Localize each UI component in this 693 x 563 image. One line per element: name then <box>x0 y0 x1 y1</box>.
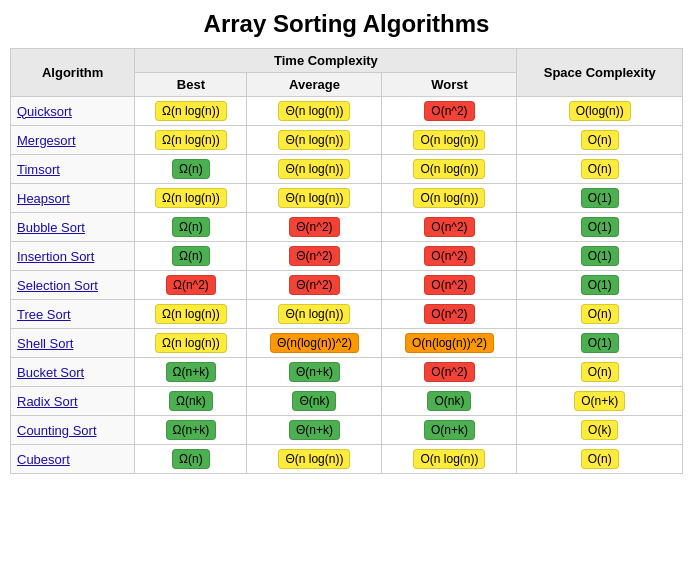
average-badge: Θ(n log(n)) <box>278 449 350 469</box>
space-badge: O(1) <box>581 333 619 353</box>
best-complexity: Ω(nk) <box>135 387 247 416</box>
space-badge: O(1) <box>581 217 619 237</box>
average-badge: Θ(n log(n)) <box>278 304 350 324</box>
worst-time-badge: O(n log(n)) <box>413 130 485 150</box>
average-badge: Θ(n log(n)) <box>278 130 350 150</box>
average-complexity: Θ(n log(n)) <box>247 300 382 329</box>
algo-name[interactable]: Selection Sort <box>11 271 135 300</box>
average-complexity: Θ(n log(n)) <box>247 97 382 126</box>
worst-time-badge: O(n log(n)) <box>413 449 485 469</box>
algo-name[interactable]: Timsort <box>11 155 135 184</box>
worst-time-badge: O(n log(n)) <box>413 188 485 208</box>
best-badge: Ω(n) <box>172 246 210 266</box>
col-worst-time: Worst <box>382 73 517 97</box>
average-complexity: Θ(n log(n)) <box>247 126 382 155</box>
worst-space-complexity: O(n) <box>517 155 683 184</box>
average-complexity: Θ(n(log(n))^2) <box>247 329 382 358</box>
space-badge: O(1) <box>581 275 619 295</box>
worst-time-complexity: O(nk) <box>382 387 517 416</box>
algo-name[interactable]: Insertion Sort <box>11 242 135 271</box>
best-badge: Ω(n log(n)) <box>155 304 227 324</box>
average-badge: Θ(n^2) <box>289 217 339 237</box>
best-badge: Ω(n) <box>172 449 210 469</box>
worst-space-complexity: O(k) <box>517 416 683 445</box>
algo-name[interactable]: Radix Sort <box>11 387 135 416</box>
best-complexity: Ω(n+k) <box>135 416 247 445</box>
algo-name[interactable]: Cubesort <box>11 445 135 474</box>
worst-time-complexity: O(n^2) <box>382 242 517 271</box>
average-complexity: Θ(n log(n)) <box>247 445 382 474</box>
best-complexity: Ω(n log(n)) <box>135 300 247 329</box>
page-title: Array Sorting Algorithms <box>10 10 683 38</box>
worst-time-complexity: O(n^2) <box>382 213 517 242</box>
col-average: Average <box>247 73 382 97</box>
worst-space-complexity: O(n) <box>517 358 683 387</box>
average-badge: Θ(n log(n)) <box>278 101 350 121</box>
best-complexity: Ω(n^2) <box>135 271 247 300</box>
algo-name[interactable]: Quicksort <box>11 97 135 126</box>
space-badge: O(1) <box>581 188 619 208</box>
worst-time-badge: O(n^2) <box>424 275 474 295</box>
worst-space-complexity: O(n) <box>517 445 683 474</box>
algo-name[interactable]: Bubble Sort <box>11 213 135 242</box>
space-badge: O(n) <box>581 362 619 382</box>
worst-space-complexity: O(1) <box>517 213 683 242</box>
worst-time-badge: O(nk) <box>427 391 471 411</box>
algo-name[interactable]: Mergesort <box>11 126 135 155</box>
best-complexity: Ω(n) <box>135 213 247 242</box>
space-badge: O(n) <box>581 159 619 179</box>
worst-space-complexity: O(n) <box>517 126 683 155</box>
worst-time-complexity: O(n log(n)) <box>382 445 517 474</box>
algo-name[interactable]: Counting Sort <box>11 416 135 445</box>
sorting-table: Algorithm Time Complexity Space Complexi… <box>10 48 683 474</box>
worst-space-complexity: O(1) <box>517 242 683 271</box>
col-algorithm: Algorithm <box>11 49 135 97</box>
average-complexity: Θ(n+k) <box>247 416 382 445</box>
space-badge: O(n) <box>581 304 619 324</box>
worst-space-complexity: O(1) <box>517 184 683 213</box>
best-badge: Ω(n) <box>172 159 210 179</box>
average-badge: Θ(n^2) <box>289 246 339 266</box>
worst-time-complexity: O(n+k) <box>382 416 517 445</box>
average-complexity: Θ(n^2) <box>247 213 382 242</box>
average-complexity: Θ(n^2) <box>247 242 382 271</box>
average-complexity: Θ(n log(n)) <box>247 155 382 184</box>
col-time-complexity: Time Complexity <box>135 49 517 73</box>
space-badge: O(k) <box>581 420 618 440</box>
worst-time-complexity: O(n log(n)) <box>382 126 517 155</box>
best-complexity: Ω(n) <box>135 155 247 184</box>
average-badge: Θ(n log(n)) <box>278 188 350 208</box>
best-complexity: Ω(n log(n)) <box>135 97 247 126</box>
best-badge: Ω(n log(n)) <box>155 130 227 150</box>
best-complexity: Ω(n) <box>135 242 247 271</box>
best-badge: Ω(n) <box>172 217 210 237</box>
algo-name[interactable]: Heapsort <box>11 184 135 213</box>
worst-space-complexity: O(1) <box>517 329 683 358</box>
worst-time-badge: O(n^2) <box>424 217 474 237</box>
space-badge: O(n) <box>581 130 619 150</box>
best-complexity: Ω(n) <box>135 445 247 474</box>
worst-time-badge: O(n^2) <box>424 304 474 324</box>
worst-space-complexity: O(n) <box>517 300 683 329</box>
space-badge: O(log(n)) <box>569 101 631 121</box>
average-badge: Θ(n^2) <box>289 275 339 295</box>
best-badge: Ω(n+k) <box>166 420 217 440</box>
best-badge: Ω(n log(n)) <box>155 333 227 353</box>
worst-space-complexity: O(log(n)) <box>517 97 683 126</box>
algo-name[interactable]: Shell Sort <box>11 329 135 358</box>
worst-time-badge: O(n+k) <box>424 420 475 440</box>
algo-name[interactable]: Tree Sort <box>11 300 135 329</box>
worst-time-badge: O(n^2) <box>424 362 474 382</box>
worst-time-badge: O(n(log(n))^2) <box>405 333 494 353</box>
average-badge: Θ(n log(n)) <box>278 159 350 179</box>
worst-space-complexity: O(n+k) <box>517 387 683 416</box>
space-badge: O(n+k) <box>574 391 625 411</box>
algo-name[interactable]: Bucket Sort <box>11 358 135 387</box>
average-badge: Θ(nk) <box>292 391 336 411</box>
average-badge: Θ(n+k) <box>289 362 340 382</box>
col-best: Best <box>135 73 247 97</box>
worst-time-complexity: O(n log(n)) <box>382 155 517 184</box>
worst-time-badge: O(n log(n)) <box>413 159 485 179</box>
average-badge: Θ(n(log(n))^2) <box>270 333 359 353</box>
worst-time-complexity: O(n^2) <box>382 97 517 126</box>
